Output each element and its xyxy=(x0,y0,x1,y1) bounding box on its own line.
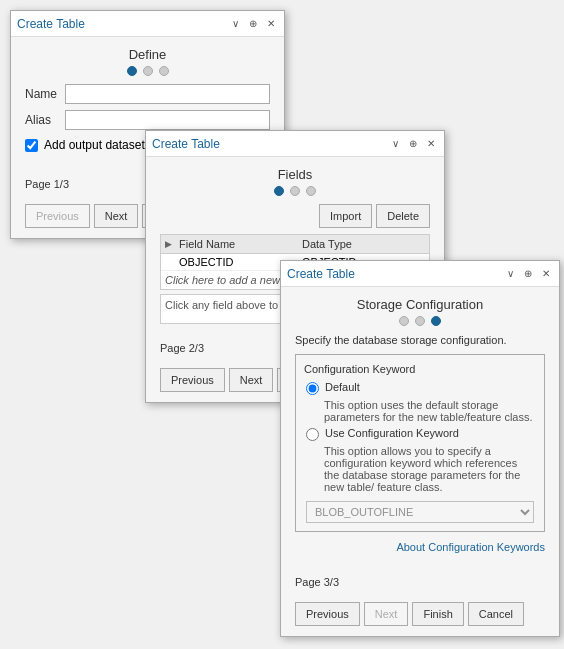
step-dots-fields xyxy=(160,186,430,196)
dialog-fields-title: Create Table xyxy=(152,137,220,151)
sort-triangle-icon: ▶ xyxy=(165,238,179,250)
alias-label: Alias xyxy=(25,113,65,127)
minimize-button-define[interactable]: ∨ xyxy=(228,17,242,31)
step-dots-define xyxy=(25,66,270,76)
step-dots-storage xyxy=(295,316,545,326)
dot-3-storage xyxy=(431,316,441,326)
page-info-storage: Page 3/3 xyxy=(295,576,545,588)
group-title: Configuration Keyword xyxy=(304,363,534,375)
table-header-row: ▶ Field Name Data Type xyxy=(161,235,429,254)
close-button-fields[interactable]: ✕ xyxy=(424,137,438,151)
import-button[interactable]: Import xyxy=(319,204,372,228)
alias-row: Alias xyxy=(25,110,270,130)
dialog-storage: Create Table ∨ ⊕ ✕ Storage Configuration… xyxy=(280,260,560,637)
dot-2-fields xyxy=(290,186,300,196)
dot-2-define xyxy=(143,66,153,76)
titlebar-controls-fields: ∨ ⊕ ✕ xyxy=(388,137,438,151)
about-keywords-link[interactable]: About Configuration Keywords xyxy=(396,541,545,553)
dot-1-fields xyxy=(274,186,284,196)
config-keyword-group: Configuration Keyword Default This optio… xyxy=(295,354,545,532)
page-info-storage-wrap: Page 3/3 xyxy=(281,576,559,596)
next-button-storage[interactable]: Next xyxy=(364,602,409,626)
radio-default-row: Default xyxy=(306,381,534,395)
dialog-define-titlebar: Create Table ∨ ⊕ ✕ xyxy=(11,11,284,37)
dialog-storage-titlebar: Create Table ∨ ⊕ ✕ xyxy=(281,261,559,287)
dialog-storage-title: Create Table xyxy=(287,267,355,281)
radio-default-desc: This option uses the default storage par… xyxy=(324,399,534,423)
cancel-button-storage[interactable]: Cancel xyxy=(468,602,524,626)
previous-button-define[interactable]: Previous xyxy=(25,204,90,228)
col-header-fieldname: Field Name xyxy=(179,238,302,250)
radio-keyword-row: Use Configuration Keyword xyxy=(306,427,534,441)
dialog-fields-header: Fields xyxy=(160,167,430,196)
alias-input[interactable] xyxy=(65,110,270,130)
titlebar-controls-define: ∨ ⊕ ✕ xyxy=(228,17,278,31)
next-button-fields[interactable]: Next xyxy=(229,368,274,392)
radio-keyword-desc: This option allows you to specify a conf… xyxy=(324,445,534,493)
previous-button-storage[interactable]: Previous xyxy=(295,602,360,626)
next-button-define[interactable]: Next xyxy=(94,204,139,228)
keyword-select[interactable]: BLOB_OUTOFLINE xyxy=(306,501,534,523)
minimize-button-fields[interactable]: ∨ xyxy=(388,137,402,151)
previous-button-fields[interactable]: Previous xyxy=(160,368,225,392)
close-button-define[interactable]: ✕ xyxy=(264,17,278,31)
dialog-storage-step-title: Storage Configuration xyxy=(295,297,545,312)
row-triangle-icon xyxy=(165,256,179,268)
titlebar-controls-storage: ∨ ⊕ ✕ xyxy=(503,267,553,281)
dialog-storage-footer: Previous Next Finish Cancel xyxy=(281,596,559,636)
radio-default[interactable] xyxy=(306,382,319,395)
close-button-storage[interactable]: ✕ xyxy=(539,267,553,281)
name-input[interactable] xyxy=(65,84,270,104)
radio-default-label: Default xyxy=(325,381,360,393)
add-output-label: Add output dataset xyxy=(44,138,145,152)
col-header-datatype: Data Type xyxy=(302,238,425,250)
fields-toolbar: Import Delete xyxy=(160,204,430,228)
storage-description: Specify the database storage configurati… xyxy=(295,334,545,346)
dialog-define-title: Create Table xyxy=(17,17,85,31)
dialog-storage-header: Storage Configuration xyxy=(295,297,545,326)
about-keywords-link-row: About Configuration Keywords xyxy=(295,540,545,554)
dialog-define-step-title: Define xyxy=(25,47,270,62)
dialog-define-header: Define xyxy=(25,47,270,76)
pin-button-storage[interactable]: ⊕ xyxy=(521,267,535,281)
name-label: Name xyxy=(25,87,65,101)
add-output-checkbox[interactable] xyxy=(25,139,38,152)
finish-button-storage[interactable]: Finish xyxy=(412,602,463,626)
dot-1-define xyxy=(127,66,137,76)
dot-1-storage xyxy=(399,316,409,326)
dot-2-storage xyxy=(415,316,425,326)
dot-3-define xyxy=(159,66,169,76)
name-row: Name xyxy=(25,84,270,104)
pin-button-fields[interactable]: ⊕ xyxy=(406,137,420,151)
radio-keyword[interactable] xyxy=(306,428,319,441)
minimize-button-storage[interactable]: ∨ xyxy=(503,267,517,281)
dialog-fields-titlebar: Create Table ∨ ⊕ ✕ xyxy=(146,131,444,157)
delete-button[interactable]: Delete xyxy=(376,204,430,228)
dot-3-fields xyxy=(306,186,316,196)
radio-keyword-label: Use Configuration Keyword xyxy=(325,427,459,439)
dialog-fields-step-title: Fields xyxy=(160,167,430,182)
pin-button-define[interactable]: ⊕ xyxy=(246,17,260,31)
dialog-storage-content: Storage Configuration Specify the databa… xyxy=(281,287,559,568)
